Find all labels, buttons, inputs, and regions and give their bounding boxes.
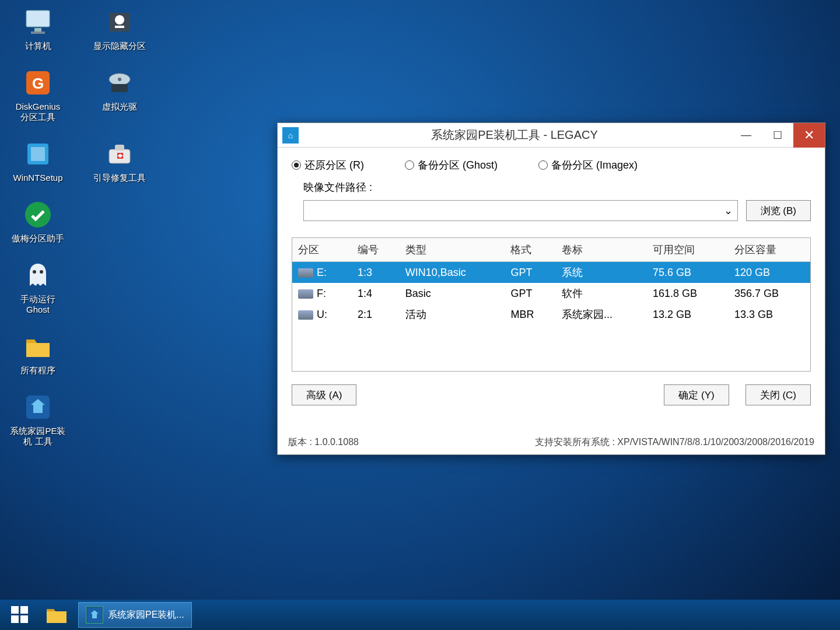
- radio-icon: [292, 160, 301, 170]
- support-text: 支持安装所有系统 : XP/VISTA/WIN7/8/8.1/10/2003/2…: [535, 436, 814, 449]
- desktop-icon-ghost[interactable]: 手动运行 Ghost: [6, 259, 70, 315]
- taskbar: 系统家园PE装机...: [0, 600, 840, 630]
- desktop-icon-show-hidden[interactable]: 显示隐藏分区: [88, 6, 152, 51]
- version-text: 版本 : 1.0.0.1088: [288, 436, 359, 449]
- svg-rect-22: [11, 606, 19, 614]
- radio-icon: [538, 160, 548, 170]
- maximize-button[interactable]: ☐: [762, 123, 793, 148]
- svg-rect-5: [115, 26, 124, 28]
- desktop-icon-label: 傲梅分区助手: [12, 233, 64, 244]
- desktop-icon-label: DiskGenius 分区工具: [16, 102, 61, 123]
- col-free[interactable]: 可用空间: [647, 238, 729, 262]
- svg-rect-23: [20, 606, 28, 614]
- titlebar[interactable]: ⌂ 系统家园PE装机工具 - LEGACY — ☐ ✕: [278, 123, 825, 148]
- svg-point-4: [115, 15, 124, 24]
- folder-icon: [46, 606, 68, 624]
- table-header-row: 分区 编号 类型 格式 卷标 可用空间 分区容量: [292, 238, 810, 262]
- advanced-button[interactable]: 高级 (A): [292, 384, 356, 405]
- col-label[interactable]: 卷标: [556, 238, 647, 262]
- desktop-icon-label: 虚拟光驱: [102, 102, 137, 112]
- disk-icon: [298, 268, 313, 278]
- mode-radio-group: 还原分区 (R) 备份分区 (Ghost) 备份分区 (Imagex): [292, 158, 811, 172]
- chevron-down-icon: ⌄: [724, 204, 733, 217]
- diskgenius-icon: G: [22, 66, 54, 99]
- svg-point-19: [33, 270, 36, 274]
- button-label: 高级 (A): [306, 388, 342, 402]
- toolbox-icon: [103, 138, 136, 170]
- svg-rect-24: [11, 615, 19, 623]
- app-icon: ⌂: [282, 127, 299, 144]
- desktop-icon-boot-repair[interactable]: 引导修复工具: [88, 138, 152, 183]
- ok-button[interactable]: 确定 (Y): [664, 384, 729, 405]
- desktop-icon-label: 所有程序: [20, 365, 55, 376]
- svg-rect-12: [31, 147, 45, 161]
- radio-icon: [405, 160, 414, 170]
- close-window-button[interactable]: 关闭 (C): [746, 384, 811, 405]
- col-capacity[interactable]: 分区容量: [729, 238, 810, 262]
- desktop-icon-virtual-cd[interactable]: 虚拟光驱: [88, 66, 152, 123]
- aomei-icon: [22, 198, 54, 231]
- browse-button[interactable]: 浏览 (B): [746, 200, 811, 221]
- desktop-icon-computer[interactable]: 计算机: [6, 6, 70, 51]
- svg-rect-14: [115, 145, 124, 150]
- image-path-row: 映像文件路径 :: [303, 180, 811, 194]
- disk-icon: [298, 289, 313, 299]
- desktop-icon-aomei[interactable]: 傲梅分区助手: [6, 198, 70, 244]
- button-label: 浏览 (B): [761, 204, 796, 218]
- windows-icon: [10, 605, 30, 625]
- button-label: 确定 (Y): [678, 388, 714, 402]
- footer-buttons: 高级 (A) 确定 (Y) 关闭 (C): [292, 384, 811, 405]
- table-row[interactable]: U:2:1活动MBR系统家园...13.2 GB13.3 GB: [292, 304, 810, 325]
- start-button[interactable]: [5, 603, 35, 627]
- svg-point-9: [118, 78, 121, 81]
- desktop-icon-label: 引导修复工具: [93, 173, 146, 183]
- window-title: 系统家园PE装机工具 - LEGACY: [299, 127, 730, 143]
- desktop-icon-label: 显示隐藏分区: [93, 41, 146, 51]
- svg-rect-1: [34, 28, 41, 32]
- col-partition[interactable]: 分区: [292, 238, 352, 262]
- pe-tool-window: ⌂ 系统家园PE装机工具 - LEGACY — ☐ ✕ 还原分区 (R) 备份分…: [277, 123, 825, 455]
- desktop-icon-all-programs[interactable]: 所有程序: [6, 330, 70, 376]
- setup-icon: [22, 138, 54, 170]
- disk-icon: [298, 310, 313, 320]
- desktop: 计算机 显示隐藏分区 G DiskGenius 分区工具 虚拟光驱: [0, 0, 158, 453]
- desktop-icon-label: 系统家园PE装 机 工具: [10, 426, 65, 447]
- desktop-icon-diskgenius[interactable]: G DiskGenius 分区工具: [6, 66, 70, 123]
- monitor-icon: [22, 6, 54, 38]
- pe-tool-icon: [86, 606, 103, 624]
- partition-table: 分区 编号 类型 格式 卷标 可用空间 分区容量 E:1:3WIN10,Basi…: [292, 237, 811, 372]
- taskbar-app-pe-tool[interactable]: 系统家园PE装机...: [78, 602, 192, 628]
- svg-text:G: G: [32, 75, 44, 92]
- svg-rect-17: [118, 155, 123, 156]
- path-controls: ⌄ 浏览 (B): [303, 200, 811, 221]
- svg-rect-0: [26, 10, 50, 27]
- folder-icon: [22, 330, 54, 363]
- window-controls: — ☐ ✕: [730, 123, 825, 148]
- close-button[interactable]: ✕: [793, 123, 825, 148]
- ghost-icon: [22, 259, 54, 292]
- col-number[interactable]: 编号: [352, 238, 400, 262]
- cd-icon: [103, 66, 136, 99]
- status-bar: 版本 : 1.0.0.1088 支持安装所有系统 : XP/VISTA/WIN7…: [278, 433, 825, 454]
- svg-point-18: [25, 202, 51, 228]
- radio-backup-imagex[interactable]: 备份分区 (Imagex): [538, 158, 638, 172]
- image-path-combo[interactable]: ⌄: [303, 200, 738, 221]
- minimize-button[interactable]: —: [730, 123, 762, 148]
- table-row[interactable]: F:1:4BasicGPT软件161.8 GB356.7 GB: [292, 283, 810, 304]
- path-label: 映像文件路径 :: [303, 180, 372, 194]
- radio-label: 备份分区 (Ghost): [418, 158, 498, 172]
- desktop-icon-label: 手动运行 Ghost: [20, 294, 55, 315]
- col-type[interactable]: 类型: [400, 238, 505, 262]
- desktop-icon-label: WinNTSetup: [13, 173, 62, 183]
- desktop-icon-label: 计算机: [25, 41, 51, 51]
- desktop-icon-pe-tool[interactable]: 系统家园PE装 机 工具: [6, 391, 70, 447]
- svg-rect-10: [111, 84, 128, 92]
- desktop-icon-winntsetup[interactable]: WinNTSetup: [6, 138, 70, 183]
- taskbar-explorer[interactable]: [43, 603, 70, 626]
- radio-restore[interactable]: 还原分区 (R): [292, 158, 364, 172]
- radio-backup-ghost[interactable]: 备份分区 (Ghost): [405, 158, 498, 172]
- svg-rect-25: [20, 615, 28, 623]
- radio-label: 还原分区 (R): [304, 158, 364, 172]
- table-row[interactable]: E:1:3WIN10,BasicGPT系统75.6 GB120 GB: [292, 262, 810, 284]
- col-format[interactable]: 格式: [505, 238, 555, 262]
